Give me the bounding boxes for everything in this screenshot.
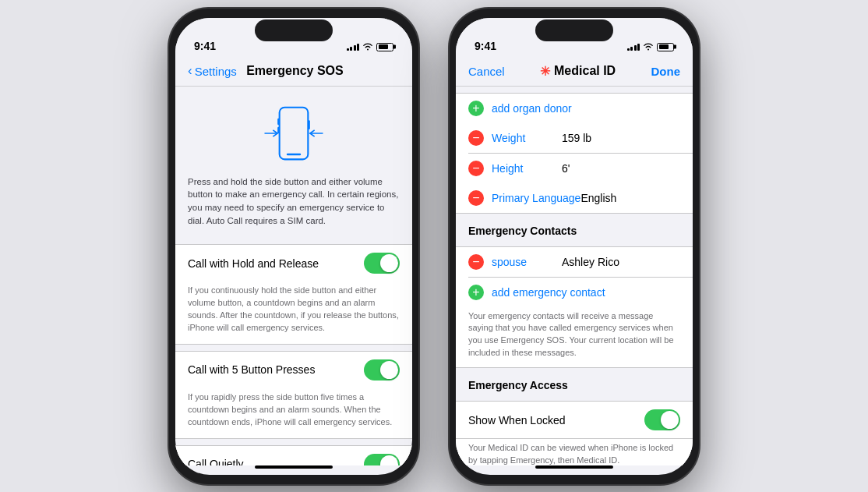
weight-label: Weight — [492, 132, 562, 144]
battery-icon — [376, 43, 393, 51]
svg-rect-3 — [277, 126, 280, 133]
show-when-locked-label: Show When Locked — [468, 414, 566, 427]
hold-release-subtext: If you continuously hold the side button… — [175, 281, 412, 344]
dynamic-island — [255, 19, 333, 41]
height-remove-icon: − — [468, 161, 484, 176]
add-organ-donor-label: add organ donor — [492, 102, 572, 115]
hold-release-row[interactable]: Call with Hold and Release — [175, 245, 412, 281]
weight-value: 159 lb — [562, 132, 591, 144]
height-value: 6' — [562, 162, 570, 175]
height-row[interactable]: − Height 6' — [456, 154, 693, 183]
button-presses-label: Call with 5 Button Presses — [188, 363, 315, 376]
button-presses-section: Call with 5 Button Presses If you rapidl… — [175, 351, 412, 439]
svg-rect-2 — [277, 118, 280, 124]
weight-remove-icon: − — [468, 130, 484, 146]
hold-release-toggle[interactable] — [364, 253, 400, 274]
battery-fill-2 — [659, 44, 669, 49]
button-presses-subtext: If you rapidly press the side button fiv… — [175, 388, 412, 438]
screen-2: 9:41 — [456, 18, 693, 475]
spouse-row[interactable]: − spouse Ashley Rico — [456, 247, 693, 277]
organ-donor-section: + add organ donor − Weight 159 lb − Heig… — [456, 93, 693, 214]
height-label: Height — [492, 162, 562, 175]
svg-rect-1 — [308, 120, 310, 129]
show-when-locked-row[interactable]: Show When Locked — [456, 402, 693, 439]
emergency-contacts-info: Your emergency contacts will receive a m… — [456, 307, 693, 368]
show-when-locked-info: Your Medical ID can be viewed when iPhon… — [456, 439, 693, 465]
signal-icon-2 — [627, 43, 640, 51]
button-presses-row[interactable]: Call with 5 Button Presses — [175, 352, 412, 388]
description-text-1: Press and hold the side button and eithe… — [175, 172, 412, 239]
status-time-1: 9:41 — [194, 40, 216, 52]
battery-fill — [379, 44, 389, 49]
language-row[interactable]: − Primary Language English — [456, 183, 693, 213]
medical-id-title: Medical ID — [554, 64, 616, 78]
nav-title-2: ✳ Medical ID — [540, 64, 616, 79]
nav-bar-1: ‹ Settings Emergency SOS — [175, 57, 412, 87]
language-value: English — [580, 192, 616, 204]
emergency-access-section: Show When Locked Your Medical ID can be … — [456, 401, 693, 465]
cancel-button[interactable]: Cancel — [468, 65, 505, 78]
svg-rect-0 — [280, 107, 309, 159]
status-time-2: 9:41 — [475, 40, 496, 52]
battery-icon-2 — [657, 43, 674, 51]
spouse-remove-icon: − — [468, 254, 484, 270]
emergency-access-header: Emergency Access — [456, 368, 693, 395]
weight-row[interactable]: − Weight 159 lb — [456, 123, 693, 153]
add-contact-row[interactable]: + add emergency contact — [456, 278, 693, 307]
language-label: Primary Language — [492, 192, 580, 204]
phone-2: 9:41 — [450, 9, 699, 484]
hold-release-section: Call with Hold and Release If you contin… — [175, 244, 412, 345]
back-label-1: Settings — [195, 65, 237, 78]
nav-bar-2: Cancel ✳ Medical ID Done — [456, 57, 693, 87]
svg-rect-6 — [287, 153, 301, 155]
emergency-contacts-section: − spouse Ashley Rico + add emergency con… — [456, 246, 693, 368]
show-when-locked-toggle[interactable] — [644, 409, 680, 430]
spouse-label: spouse — [492, 256, 562, 268]
home-indicator-2 — [535, 465, 613, 469]
back-chevron: ‹ — [188, 64, 192, 77]
spouse-value: Ashley Rico — [562, 256, 619, 268]
scroll-content-1[interactable]: Press and hold the side button and eithe… — [175, 87, 412, 465]
done-button[interactable]: Done — [651, 65, 681, 78]
add-organ-donor-row[interactable]: + add organ donor — [456, 94, 693, 123]
phone-1: 9:41 — [169, 9, 418, 484]
scroll-content-2[interactable]: + add organ donor − Weight 159 lb − Heig… — [456, 87, 693, 465]
status-icons-1 — [347, 42, 394, 52]
screen-1: 9:41 — [175, 18, 412, 475]
dynamic-island-2 — [535, 19, 613, 41]
home-indicator-1 — [255, 465, 333, 469]
nav-title-1: Emergency SOS — [246, 64, 344, 78]
call-quietly-toggle[interactable] — [364, 454, 400, 465]
emergency-contacts-header: Emergency Contacts — [456, 214, 693, 240]
wifi-icon-2 — [643, 42, 654, 52]
button-presses-toggle[interactable] — [364, 359, 400, 381]
call-quietly-section: Call Quietly Warning alarms, flashes, an… — [175, 445, 412, 465]
add-contact-label: add emergency contact — [492, 286, 605, 299]
language-remove-icon: − — [468, 190, 484, 206]
hold-release-label: Call with Hold and Release — [188, 257, 319, 270]
back-button-1[interactable]: ‹ Settings — [188, 65, 237, 78]
status-icons-2 — [627, 42, 675, 52]
phone-illustration — [175, 87, 412, 172]
call-quietly-row[interactable]: Call Quietly — [175, 446, 412, 465]
add-organ-donor-icon: + — [468, 101, 484, 116]
wifi-icon — [362, 42, 373, 52]
medical-id-icon: ✳ — [540, 64, 550, 79]
add-contact-icon: + — [468, 285, 484, 300]
signal-icon — [347, 43, 360, 51]
call-quietly-label: Call Quietly — [188, 458, 244, 465]
